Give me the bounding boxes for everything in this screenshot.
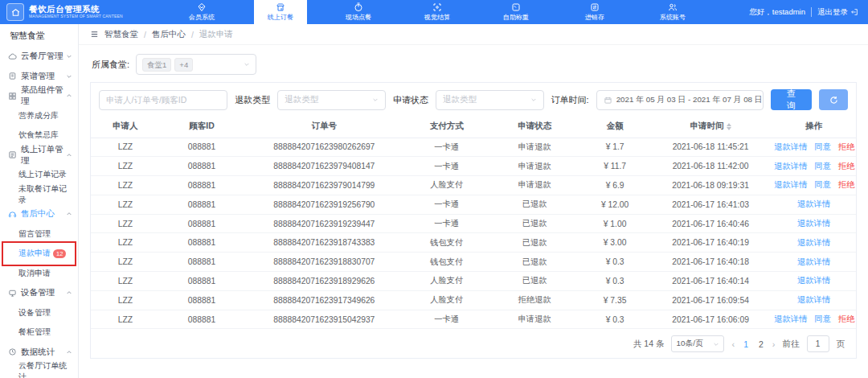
nav-system-account[interactable]: 系统账号 [646, 0, 699, 24]
logout-label: 退出登录 [817, 7, 848, 18]
refund-detail-link[interactable]: 退款详情 [774, 180, 807, 189]
prev-page-button[interactable]: ‹ [731, 339, 735, 349]
refund-detail-link[interactable]: 退款详情 [774, 162, 807, 171]
refund-detail-link[interactable]: 退款详情 [797, 257, 830, 266]
nav-label: 现场点餐 [346, 13, 371, 22]
menu-book-icon [8, 72, 17, 80]
approve-link[interactable]: 同意 [814, 180, 831, 189]
table-row: LZZ 088881 8888842071623918929626 人脸支付 已… [91, 272, 856, 291]
sidebar-item-online-order-mgmt[interactable]: 线上订单管理 [0, 146, 78, 166]
sidebar-item-unclaimed-order-records[interactable]: 未取餐订单记录 [0, 185, 78, 205]
top-user-area: 您好，testadmin 退出登录 [739, 0, 868, 24]
cell-status: 拒绝退款 [489, 290, 580, 310]
page-size-select[interactable]: 10条/页 [671, 335, 724, 352]
nav-inventory[interactable]: 进销存 [568, 0, 621, 24]
chevron-down-icon [66, 73, 72, 80]
nav-member-system[interactable]: 会员系统 [175, 0, 228, 24]
col-amount: 金额 [580, 116, 649, 138]
cell-time: 2021-06-17 16:06:09 [649, 310, 772, 329]
sidebar-item-device-mgmt[interactable]: 设备管理 [0, 303, 78, 323]
sidebar-item-refund-request[interactable]: 退款申请 12 [0, 244, 78, 264]
sidebar-item-diet-taboo-lib[interactable]: 饮食禁忌库 [0, 125, 78, 146]
breadcrumb-item[interactable]: 智慧食堂 [104, 29, 138, 40]
sidebar-item-device-mgmt-group[interactable]: 设备管理 [0, 283, 78, 303]
cell-status: 申请退款 [489, 157, 580, 176]
sidebar-item-data-stats[interactable]: 数据统计 [0, 343, 78, 363]
logout-button[interactable]: 退出登录 [817, 7, 858, 18]
refund-detail-link[interactable]: 退款详情 [774, 314, 807, 323]
nav-visual-checkout[interactable]: 视觉结算 [411, 0, 464, 24]
cell-pay-method: 钱包支付 [404, 233, 489, 253]
cell-status: 已退款 [489, 233, 580, 253]
sidebar-item-aftersale-center[interactable]: 售后中心 [0, 204, 78, 224]
approve-link[interactable]: 同意 [814, 142, 831, 151]
date-range-picker[interactable]: 2021 年 05 月 03 日 - 2021 年 07 月 08 日 [596, 90, 764, 110]
sidebar-item-menu-mgmt[interactable]: 菜谱管理 [0, 67, 78, 87]
cell-order-no: 8888842071623917349626 [244, 290, 404, 310]
sidebar-item-cloud-canteen-order-stats[interactable]: 云餐厅订单统计 [0, 362, 78, 378]
nav-self-weigh[interactable]: 自助称重 [489, 0, 542, 24]
cell-applicant: LZZ [91, 176, 160, 195]
sidebar-item-cloud-canteen[interactable]: 云餐厅管理 [0, 47, 78, 67]
refund-detail-link[interactable]: 退款详情 [797, 219, 830, 228]
refund-count-badge: 12 [53, 249, 66, 258]
reject-link[interactable]: 拒绝 [838, 162, 855, 171]
apply-status-select[interactable]: 退款类型 [436, 90, 544, 110]
cell-customer-id: 088881 [160, 157, 244, 176]
sidebar-item-message-mgmt[interactable]: 留言管理 [0, 224, 78, 244]
cell-order-no: 8888842071623919239447 [244, 214, 404, 233]
approve-link[interactable]: 同意 [814, 314, 831, 323]
cell-order-no: 8888842071623980262697 [244, 138, 404, 157]
refresh-button[interactable] [819, 89, 848, 110]
sidebar-item-nutrition-lib[interactable]: 营养成分库 [0, 106, 78, 126]
nav-online-order[interactable]: 线上订餐 [254, 0, 307, 24]
reject-link[interactable]: 拒绝 [838, 142, 855, 151]
cell-pay-method: 人脸支付 [404, 176, 489, 195]
page-number-1[interactable]: 1 [742, 339, 750, 349]
next-page-button[interactable]: › [772, 339, 776, 349]
cell-actions: 退款详情 [772, 195, 856, 214]
cell-time: 2021-06-17 16:41:03 [649, 195, 772, 214]
sidebar-item-label: 菜谱管理 [21, 71, 55, 82]
collapse-menu-icon[interactable] [90, 30, 99, 39]
sidebar-title: 智慧食堂 [0, 24, 78, 47]
nav-label: 线上订餐 [267, 13, 293, 22]
sidebar-item-cabinet-mgmt[interactable]: 餐柜管理 [0, 323, 78, 343]
sidebar-item-cancel-request[interactable]: 取消申请 [0, 264, 78, 284]
cell-actions: 退款详情 同意 拒绝 [772, 176, 856, 195]
sidebar-item-label: 售后中心 [21, 208, 55, 220]
page-number-2[interactable]: 2 [757, 339, 765, 349]
reject-link[interactable]: 拒绝 [838, 314, 855, 323]
storefront-icon [276, 2, 285, 13]
breadcrumb-item[interactable]: 售后中心 [152, 29, 186, 40]
cell-amount: ¥ 0.3 [580, 253, 649, 272]
cell-order-no: 8888842071623979408147 [244, 157, 404, 176]
refund-detail-link[interactable]: 退款详情 [797, 199, 830, 208]
sort-icon[interactable] [727, 123, 731, 130]
cell-time: 2021-06-17 16:40:18 [649, 253, 772, 272]
components-icon [8, 92, 17, 101]
goto-page-input[interactable] [807, 335, 829, 352]
refund-detail-link[interactable]: 退款详情 [797, 276, 830, 285]
cell-customer-id: 088881 [160, 272, 244, 291]
canteen-select[interactable]: 食堂1 +4 [136, 54, 256, 75]
breadcrumb-current: 退款申请 [199, 29, 233, 40]
nav-onsite-order[interactable]: 现场点餐 [332, 0, 385, 24]
scan-eye-icon [432, 2, 442, 13]
approve-link[interactable]: 同意 [814, 162, 831, 171]
refund-detail-link[interactable]: 退款详情 [797, 238, 830, 247]
keyword-input[interactable] [106, 95, 220, 105]
logout-icon [850, 8, 858, 16]
refund-type-select[interactable]: 退款类型 [277, 90, 386, 110]
sidebar-item-label: 营养成分库 [18, 110, 59, 121]
cell-pay-method: 人脸支付 [404, 272, 489, 291]
refund-detail-link[interactable]: 退款详情 [774, 142, 807, 151]
keyword-input-wrap [99, 90, 227, 110]
goto-page-suffix: 页 [837, 339, 845, 350]
search-button[interactable]: 查询 [771, 89, 813, 110]
refund-detail-link[interactable]: 退款详情 [797, 295, 830, 304]
reject-link[interactable]: 拒绝 [838, 180, 855, 189]
sidebar-item-dish-components[interactable]: 菜品组件管理 [0, 86, 78, 106]
cell-time: 2021-06-17 16:09:54 [649, 290, 772, 310]
sidebar-item-online-order-records[interactable]: 线上订单记录 [0, 165, 78, 185]
